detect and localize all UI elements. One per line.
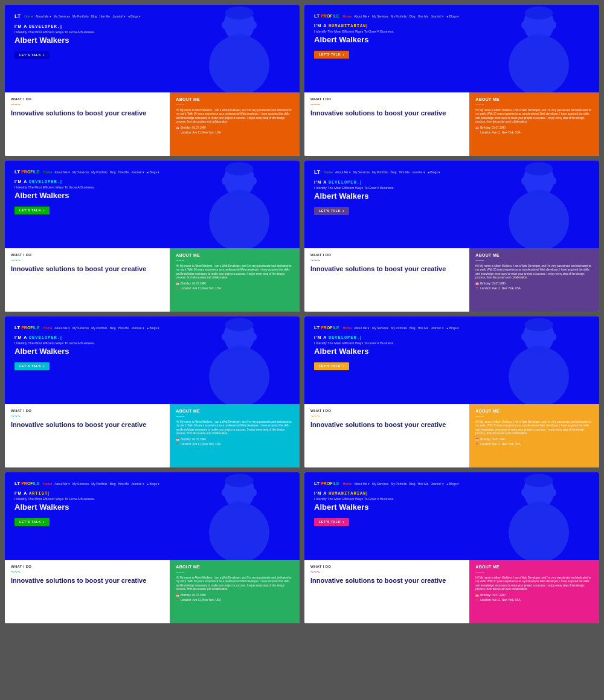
hero-content: I'M A DEVELOPER.| I Identify The Most Ef…	[14, 179, 290, 214]
about-wave: ~~~	[475, 414, 593, 419]
what-i-do-title: What I Do	[11, 565, 164, 568]
nav-services[interactable]: My Services	[372, 14, 388, 18]
nav-joomla[interactable]: Joomla! ▾	[431, 482, 444, 486]
nav-portfolio[interactable]: My Portfolio	[72, 14, 88, 18]
nav-logo-wrap: LTPROFILE	[14, 325, 40, 330]
nav-services[interactable]: My Services	[372, 326, 388, 330]
nav-blog[interactable]: Blog	[410, 14, 416, 18]
lets-talk-button[interactable]: LET'S TALK ›	[14, 51, 50, 59]
nav-services[interactable]: My Services	[372, 482, 388, 486]
wave-decoration: ~~~	[310, 258, 463, 263]
nav-blogs[interactable]: ● Blogs ▾	[428, 170, 440, 174]
nav-blog[interactable]: Blog	[110, 326, 116, 330]
nav-about[interactable]: About Me ▾	[354, 14, 370, 18]
nav-joomla[interactable]: Joomla! ▾	[412, 170, 425, 174]
nav-blog[interactable]: Blog	[110, 482, 116, 486]
arrow-icon: ›	[43, 53, 45, 57]
nav-portfolio[interactable]: My Portfolio	[372, 170, 388, 174]
nav-logo-lt: LT	[314, 13, 320, 19]
about-me-title: About Me	[176, 97, 294, 101]
nav-logo-wrap: LTPROFILE	[314, 13, 339, 19]
nav-home[interactable]: Home	[24, 14, 33, 18]
nav-home[interactable]: Home	[343, 326, 352, 330]
nav-services[interactable]: My Services	[72, 326, 89, 330]
arrow-icon: ›	[342, 364, 344, 368]
hero-name: Albert Walkers	[14, 36, 290, 45]
nav-services[interactable]: My Services	[54, 14, 70, 18]
nav-services[interactable]: My Services	[72, 170, 89, 174]
nav-logo-wrap: LTPROFILE	[314, 481, 339, 486]
cursor: |	[360, 335, 362, 339]
svg-point-46	[225, 474, 254, 487]
svg-point-32	[225, 318, 254, 332]
lets-talk-button[interactable]: LET'S TALK ›	[14, 518, 50, 526]
nav-home[interactable]: Home	[43, 326, 53, 330]
lets-talk-button[interactable]: LET'S TALK ›	[314, 518, 349, 526]
lets-talk-button[interactable]: LET'S TALK ›	[14, 362, 50, 370]
what-i-do: What I Do ~~~ Innovative solutions to bo…	[5, 248, 170, 312]
nav-home[interactable]: Home	[43, 170, 53, 174]
nav-logo: LT	[314, 169, 320, 175]
birthday-text: Birthday: 01.07.1990	[480, 437, 506, 442]
calendar-icon: 📅	[176, 593, 179, 598]
nav-portfolio[interactable]: My Portfolio	[91, 482, 107, 486]
nav-hire[interactable]: Hire Me	[418, 14, 429, 18]
nav-about[interactable]: About Me ▾	[54, 482, 70, 486]
content-section: What I Do ~~~ Innovative solutions to bo…	[304, 404, 599, 467]
nav-hire[interactable]: Hire Me	[118, 482, 129, 486]
nav-about[interactable]: About Me ▾	[36, 14, 51, 18]
nav-portfolio[interactable]: My Portfolio	[391, 482, 406, 486]
nav-joomla[interactable]: Joomla! ▾	[131, 170, 144, 174]
hero-subtitle: I Identify The Most Efficient Ways To Gr…	[314, 497, 590, 501]
nav-blog[interactable]: Blog	[410, 326, 416, 330]
nav-services[interactable]: My Services	[72, 482, 89, 486]
nav-hire[interactable]: Hire Me	[118, 170, 129, 174]
location-icon: 📍	[475, 130, 479, 135]
about-text: Hi! My name is Albert Walkers. I am a We…	[176, 265, 294, 280]
nav-portfolio[interactable]: My Portfolio	[91, 170, 107, 174]
nav-home[interactable]: Home	[324, 170, 333, 174]
nav-about[interactable]: About Me ▾	[54, 170, 70, 174]
nav-blogs[interactable]: ● Blogs ▾	[128, 14, 141, 18]
hero-name: Albert Walkers	[14, 347, 290, 356]
nav-hire[interactable]: Hire Me	[118, 326, 129, 330]
nav-services[interactable]: My Services	[353, 170, 370, 174]
nav-blog[interactable]: Blog	[390, 170, 396, 174]
nav-logo-profile: PROFILE	[21, 326, 39, 330]
nav-blog[interactable]: Blog	[410, 482, 416, 486]
nav-blog[interactable]: Blog	[91, 14, 97, 18]
nav-blog[interactable]: Blog	[110, 170, 116, 174]
nav-joomla[interactable]: Joomla! ▾	[131, 482, 144, 486]
nav-joomla[interactable]: Joomla! ▾	[112, 14, 126, 18]
nav-home[interactable]: Home	[343, 482, 352, 486]
nav-joomla[interactable]: Joomla! ▾	[431, 326, 444, 330]
what-i-do-text: Innovative solutions to boost your creat…	[11, 109, 164, 117]
nav-joomla[interactable]: Joomla! ▾	[131, 326, 144, 330]
lets-talk-button[interactable]: LET'S TALK ›	[314, 51, 349, 59]
cursor: |	[366, 491, 368, 495]
nav-portfolio[interactable]: My Portfolio	[391, 326, 406, 330]
lets-talk-button[interactable]: LET'S TALK ›	[14, 207, 50, 214]
hero-role: HUMANITARIAN	[329, 24, 366, 28]
birthday-text: Birthday: 01.07.1990	[181, 126, 206, 130]
what-i-do: What I Do ~~~ Innovative solutions to bo…	[304, 560, 469, 623]
hero-tagline: I'M A HUMANITARIAN|	[314, 491, 590, 496]
nav-about[interactable]: About Me ▾	[54, 326, 70, 330]
nav-joomla[interactable]: Joomla! ▾	[431, 14, 444, 18]
nav-about[interactable]: About Me ▾	[354, 326, 370, 330]
about-me: About Me ~~~ Hi! My name is Albert Walke…	[469, 92, 599, 156]
nav-home[interactable]: Home	[43, 482, 53, 486]
nav-hire[interactable]: Hire Me	[418, 482, 429, 486]
nav-hire[interactable]: Hire Me	[99, 14, 110, 18]
nav-home[interactable]: Home	[343, 14, 352, 18]
nav-portfolio[interactable]: My Portfolio	[91, 326, 107, 330]
birthday-text: Birthday: 01.07.1990	[480, 593, 506, 598]
nav-portfolio[interactable]: My Portfolio	[391, 14, 406, 18]
nav-about[interactable]: About Me ▾	[335, 170, 351, 174]
lets-talk-button[interactable]: LET'S TALK ›	[314, 362, 349, 370]
nav-about[interactable]: About Me ▾	[354, 482, 370, 486]
about-me-title: About Me	[475, 253, 593, 257]
lets-talk-button[interactable]: LET'S TALK ›	[314, 207, 349, 215]
nav-hire[interactable]: Hire Me	[418, 326, 429, 330]
nav-hire[interactable]: Hire Me	[399, 170, 410, 174]
